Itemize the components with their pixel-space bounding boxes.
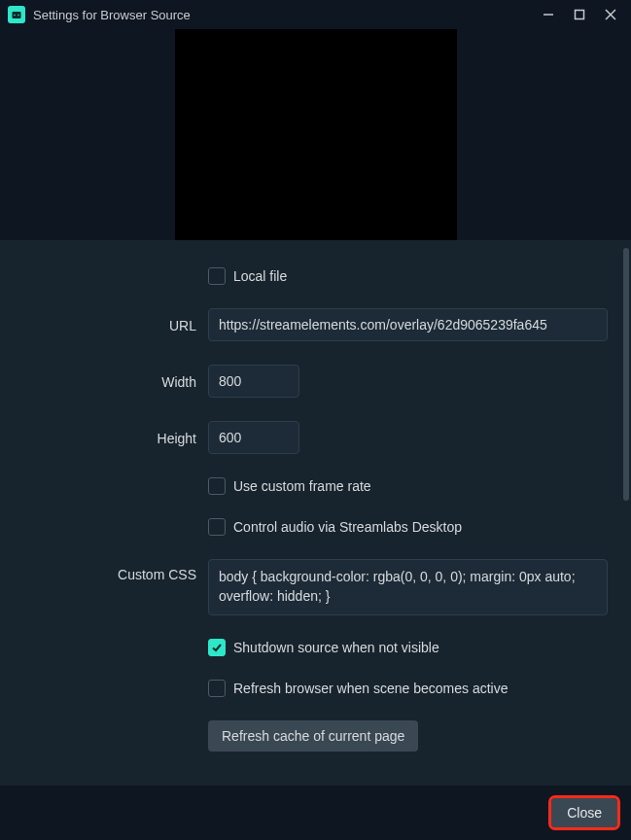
svg-point-1 bbox=[14, 15, 16, 17]
footer: Close bbox=[0, 786, 631, 840]
titlebar: Settings for Browser Source bbox=[0, 0, 631, 29]
custom-frame-rate-checkbox[interactable] bbox=[208, 477, 226, 495]
svg-point-2 bbox=[18, 15, 19, 17]
width-label: Width bbox=[23, 372, 208, 390]
shutdown-checkbox[interactable] bbox=[208, 639, 226, 656]
app-icon bbox=[8, 6, 25, 23]
refresh-active-label: Refresh browser when scene becomes activ… bbox=[233, 681, 508, 696]
shutdown-label: Shutdown source when not visible bbox=[233, 640, 439, 655]
control-audio-checkbox[interactable] bbox=[208, 518, 226, 536]
height-label: Height bbox=[23, 429, 208, 446]
control-audio-label: Control audio via Streamlabs Desktop bbox=[233, 519, 462, 535]
source-preview bbox=[175, 29, 457, 240]
window-title: Settings for Browser Source bbox=[33, 8, 534, 22]
custom-frame-rate-label: Use custom frame rate bbox=[233, 478, 371, 494]
close-button[interactable]: Close bbox=[551, 798, 617, 827]
svg-rect-0 bbox=[13, 12, 21, 18]
settings-form: Local file URL Width Height Use bbox=[0, 240, 631, 786]
scrollbar[interactable] bbox=[623, 248, 629, 501]
height-input[interactable] bbox=[208, 421, 299, 454]
svg-rect-4 bbox=[576, 11, 584, 19]
url-input[interactable] bbox=[208, 308, 608, 341]
window-controls bbox=[542, 8, 623, 21]
local-file-label: Local file bbox=[233, 268, 287, 284]
refresh-active-checkbox[interactable] bbox=[208, 680, 226, 697]
width-input[interactable] bbox=[208, 365, 299, 398]
close-icon[interactable] bbox=[604, 8, 617, 21]
preview-region bbox=[0, 29, 631, 240]
custom-css-input[interactable] bbox=[208, 559, 608, 615]
maximize-icon[interactable] bbox=[573, 8, 586, 21]
custom-css-label: Custom CSS bbox=[23, 559, 208, 582]
refresh-cache-button[interactable]: Refresh cache of current page bbox=[208, 720, 418, 752]
minimize-icon[interactable] bbox=[542, 8, 555, 21]
url-label: URL bbox=[23, 316, 208, 333]
local-file-checkbox[interactable] bbox=[208, 267, 226, 285]
